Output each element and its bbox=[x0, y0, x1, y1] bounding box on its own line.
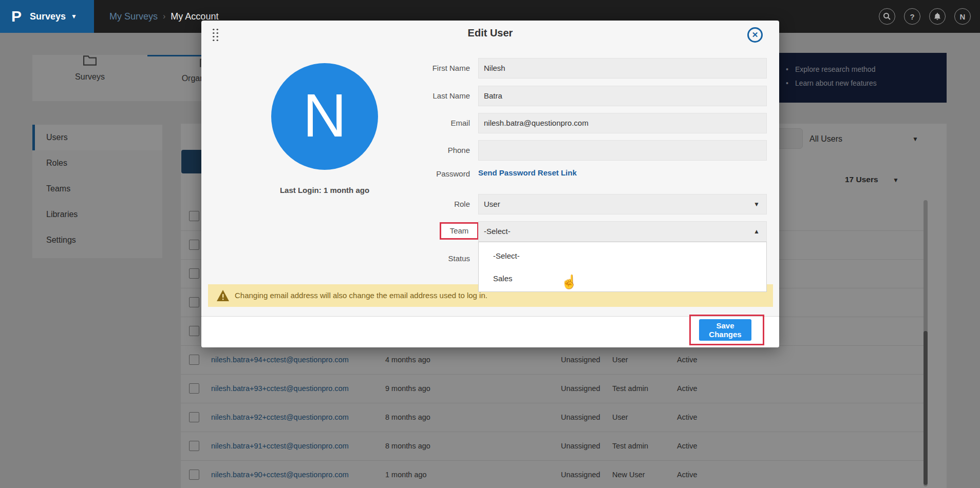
status-label: Status bbox=[408, 254, 470, 263]
cursor-pointer-icon: ☝ bbox=[561, 274, 577, 290]
questionpro-logo-icon: P bbox=[11, 8, 22, 25]
role-value: User bbox=[484, 200, 500, 208]
save-changes-button[interactable]: Save Changes bbox=[699, 319, 751, 341]
chevron-down-icon: ▼ bbox=[71, 13, 77, 20]
team-dropdown-list: -Select- Sales bbox=[478, 242, 767, 292]
role-label: Role bbox=[408, 200, 470, 208]
last-name-label: Last Name bbox=[408, 91, 470, 100]
warning-icon bbox=[216, 289, 230, 304]
help-icon[interactable]: ? bbox=[904, 8, 920, 25]
user-avatar[interactable]: N bbox=[954, 8, 971, 25]
chevron-down-icon: ▼ bbox=[753, 194, 760, 214]
password-reset-link[interactable]: Send Password Reset Link bbox=[478, 168, 577, 177]
screen: P Surveys ▼ My Surveys › My Account ? N … bbox=[0, 0, 980, 488]
first-name-field[interactable]: Nilesh bbox=[478, 58, 767, 79]
warning-text: Changing email address will also change … bbox=[235, 284, 487, 307]
team-label: Team bbox=[450, 226, 469, 235]
team-option-sales[interactable]: Sales bbox=[479, 267, 766, 290]
modal-title: Edit User bbox=[201, 27, 779, 39]
password-label: Password bbox=[408, 169, 470, 178]
product-switcher[interactable]: P Surveys ▼ bbox=[0, 0, 94, 33]
phone-label: Phone bbox=[408, 146, 470, 154]
notifications-icon[interactable] bbox=[929, 8, 946, 25]
team-label-highlight: Team bbox=[440, 222, 479, 240]
email-label: Email bbox=[408, 119, 470, 127]
last-name-field[interactable]: Batra bbox=[478, 86, 767, 106]
breadcrumb-my-surveys[interactable]: My Surveys bbox=[109, 11, 158, 22]
role-select[interactable]: User ▼ bbox=[478, 194, 767, 214]
edit-user-modal: Edit User ✕ N Last Login: 1 month ago Fi… bbox=[201, 21, 779, 347]
team-value: -Select- bbox=[484, 227, 511, 236]
first-name-label: First Name bbox=[408, 64, 470, 72]
team-select[interactable]: -Select- ▲ bbox=[478, 221, 767, 242]
product-menu-label: Surveys bbox=[30, 11, 66, 22]
chevron-up-icon: ▲ bbox=[753, 222, 760, 241]
user-avatar-large: N bbox=[271, 63, 378, 170]
search-icon[interactable] bbox=[879, 8, 895, 25]
team-option-select[interactable]: -Select- bbox=[479, 245, 766, 267]
navbar-icons: ? N bbox=[879, 8, 971, 25]
breadcrumb-separator: › bbox=[163, 12, 165, 21]
modal-header: Edit User ✕ bbox=[201, 21, 779, 45]
email-field[interactable]: nilesh.batra@questionpro.com bbox=[478, 113, 767, 133]
close-icon[interactable]: ✕ bbox=[747, 27, 763, 43]
last-login-text: Last Login: 1 month ago bbox=[248, 186, 402, 194]
phone-field[interactable] bbox=[478, 140, 767, 161]
